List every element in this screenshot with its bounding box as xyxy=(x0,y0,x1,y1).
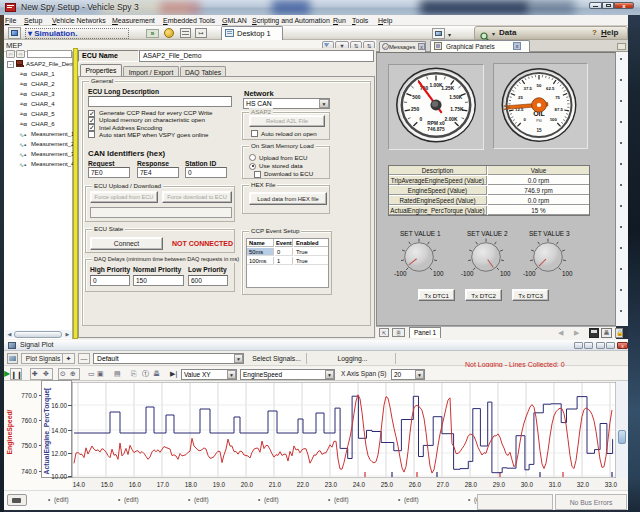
svg-text:37.5: 37.5 xyxy=(524,86,533,91)
svg-text:50: 50 xyxy=(537,83,542,88)
svg-text:500: 500 xyxy=(412,95,420,100)
svg-text:62.5: 62.5 xyxy=(546,86,555,91)
svg-text:2.00K: 2.00K xyxy=(445,117,459,122)
svg-text:87.5: 87.5 xyxy=(555,107,564,112)
svg-text:25: 25 xyxy=(518,95,523,100)
svg-text:75: 75 xyxy=(555,95,560,100)
svg-text:1.75K: 1.75K xyxy=(450,107,464,112)
svg-text:746.875: 746.875 xyxy=(427,127,445,132)
svg-text:250: 250 xyxy=(411,107,419,112)
svg-text:1.50K: 1.50K xyxy=(449,95,463,100)
svg-text:15: 15 xyxy=(536,128,542,133)
svg-text:PSI: PSI xyxy=(536,119,542,123)
svg-text:0: 0 xyxy=(420,117,423,122)
svg-text:RPM x0: RPM x0 xyxy=(427,121,445,126)
svg-text:1.25K: 1.25K xyxy=(441,86,455,91)
svg-text:100: 100 xyxy=(550,117,558,122)
